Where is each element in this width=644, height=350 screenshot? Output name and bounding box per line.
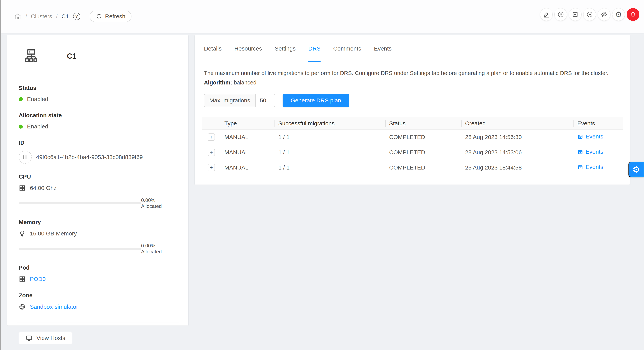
edit-button[interactable] — [540, 8, 553, 21]
floating-settings-button[interactable]: ⚙ — [628, 162, 644, 177]
tab-resources[interactable]: Resources — [234, 35, 262, 62]
id-label: ID — [19, 139, 177, 146]
cell-created: 28 Aug 2023 14:56:30 — [461, 134, 574, 140]
col-successful: Successful migrations — [274, 120, 385, 127]
memory-value: 16.00 GB Memory — [30, 230, 77, 237]
zone-label: Zone — [19, 292, 177, 299]
cell-status: COMPLETED — [385, 149, 461, 156]
status-section: Status Enabled — [7, 75, 188, 102]
tab-events[interactable]: Events — [374, 35, 392, 62]
status-label: Status — [19, 85, 177, 91]
configure-button[interactable]: ⚙ — [612, 8, 625, 21]
breadcrumb-clusters-link[interactable]: Clusters — [31, 13, 52, 20]
unmanage-button[interactable] — [569, 8, 582, 21]
pod-section: Pod POD0 — [7, 255, 188, 282]
calendar-check-icon — [577, 134, 583, 140]
bulb-icon — [19, 230, 26, 237]
status-dot-green — [19, 97, 23, 101]
appstore-grid-icon — [19, 275, 26, 282]
reload-icon — [96, 13, 102, 20]
memory-allocated-text: 0.00% Allocated — [141, 243, 177, 255]
cell-created: 25 Aug 2023 18:44:58 — [461, 164, 574, 171]
globe-icon — [19, 303, 26, 310]
tab-comments[interactable]: Comments — [333, 35, 361, 62]
max-migrations-group: Max. migrations — [204, 94, 275, 107]
delete-button[interactable] — [627, 8, 639, 21]
id-value: 49f0c6a1-4b2b-4ba4-9053-33c08d839f69 — [36, 154, 143, 160]
zone-section: Zone Sandbox-simulator — [7, 282, 188, 310]
cpu-progress-row: 0.00% Allocated — [7, 197, 188, 209]
table-row: + MANUAL 1 / 1 COMPLETED 25 Aug 2023 18:… — [202, 160, 622, 175]
refresh-button[interactable]: Refresh — [90, 11, 132, 22]
calendar-check-icon — [577, 149, 583, 155]
edit-pencil-icon — [543, 11, 550, 18]
tab-settings[interactable]: Settings — [275, 35, 296, 62]
expand-row-button[interactable]: + — [208, 133, 215, 141]
cpu-allocated-text: 0.00% Allocated — [141, 197, 177, 209]
drs-plans-table: Type Successful migrations Status Create… — [202, 117, 622, 175]
generate-drs-plan-button[interactable]: Generate DRS plan — [282, 94, 349, 107]
cell-status: COMPLETED — [385, 134, 461, 140]
breadcrumb-current: C1 — [62, 13, 69, 20]
breadcrumb: / Clusters / C1 ? Refresh — [14, 0, 132, 33]
cell-created: 28 Aug 2023 14:53:06 — [461, 149, 574, 156]
cluster-icon — [23, 48, 40, 64]
disable-button[interactable] — [583, 8, 596, 21]
page-title: C1 — [67, 52, 76, 60]
drs-description: The maximum number of live migrations to… — [204, 69, 621, 77]
view-hosts-button[interactable]: View Hosts — [19, 332, 72, 344]
status-value: Enabled — [27, 96, 48, 102]
divider — [17, 322, 179, 322]
eye-invisible-icon — [601, 11, 608, 18]
table-row: + MANUAL 1 / 1 COMPLETED 28 Aug 2023 14:… — [202, 145, 622, 160]
cpu-value: 64.00 Ghz — [30, 185, 56, 191]
refresh-label: Refresh — [105, 13, 125, 20]
outage-button[interactable] — [598, 8, 610, 21]
zone-link[interactable]: Sandbox-simulator — [30, 303, 78, 310]
appstore-grid-icon — [19, 185, 26, 191]
minus-square-icon — [572, 11, 578, 18]
barcode-icon — [19, 151, 32, 164]
table-row: + MANUAL 1 / 1 COMPLETED 28 Aug 2023 14:… — [202, 130, 622, 145]
help-icon[interactable]: ? — [73, 13, 80, 20]
cpu-section: CPU 64.00 Ghz — [7, 164, 188, 191]
pause-button[interactable] — [554, 8, 567, 21]
row-events-link[interactable]: Events — [577, 164, 603, 170]
allocation-section: Allocation state Enabled — [7, 102, 188, 130]
cell-type: MANUAL — [220, 149, 274, 156]
breadcrumb-separator: / — [26, 13, 27, 20]
algorithm-label: Algorithm: — [204, 80, 232, 86]
expand-row-button[interactable]: + — [208, 164, 215, 171]
cpu-progress-bar — [19, 202, 141, 204]
cell-successful: 1 / 1 — [274, 164, 385, 171]
tab-drs[interactable]: DRS — [308, 35, 320, 62]
home-icon[interactable] — [14, 13, 22, 20]
page-header: / Clusters / C1 ? Refresh — [1, 0, 644, 33]
allocation-label: Allocation state — [19, 112, 177, 119]
table-header-row: Type Successful migrations Status Create… — [202, 117, 622, 130]
panel-title-row: C1 — [7, 35, 188, 64]
monitor-icon — [26, 334, 32, 341]
expand-row-button[interactable]: + — [208, 149, 215, 156]
row-events-link[interactable]: Events — [577, 149, 603, 155]
cpu-label: CPU — [19, 173, 177, 180]
cell-successful: 1 / 1 — [274, 134, 385, 140]
algorithm-value: balanced — [234, 80, 256, 86]
row-events-link[interactable]: Events — [577, 133, 603, 140]
status-dot-green — [19, 125, 23, 129]
trash-icon — [630, 11, 636, 18]
gear-icon: ⚙ — [632, 165, 640, 174]
cell-successful: 1 / 1 — [274, 149, 385, 156]
calendar-check-icon — [577, 164, 583, 170]
max-migrations-input[interactable] — [256, 94, 275, 107]
max-migrations-addon: Max. migrations — [204, 94, 256, 107]
drs-controls: Max. migrations Generate DRS plan — [204, 94, 621, 107]
minus-circle-icon — [586, 11, 593, 18]
id-section: ID 49f0c6a1-4b2b-4ba4-9053-33c08d839f69 — [7, 130, 188, 164]
breadcrumb-separator: / — [56, 13, 58, 20]
col-status: Status — [385, 120, 461, 127]
cell-type: MANUAL — [220, 164, 274, 171]
algorithm-line: Algorithm: balanced — [204, 80, 621, 86]
pod-link[interactable]: POD0 — [30, 276, 46, 282]
tab-details[interactable]: Details — [204, 35, 222, 62]
